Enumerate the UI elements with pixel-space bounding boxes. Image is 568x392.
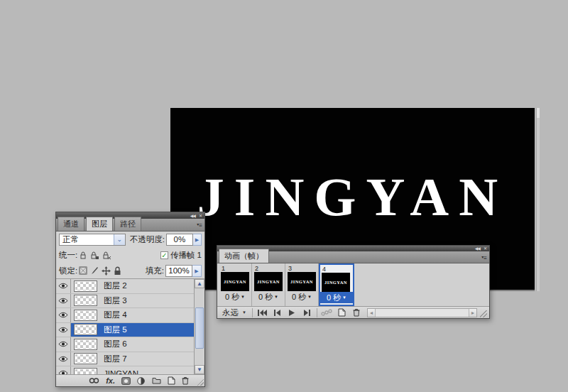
scroll-down-icon[interactable]: ▼ (195, 365, 204, 374)
scrollbar-thumb[interactable] (195, 307, 204, 349)
fill-field[interactable]: 100% (165, 265, 192, 277)
dropdown-icon: ▼ (242, 310, 246, 315)
dropdown-icon: ▼ (307, 295, 312, 299)
layer-row[interactable]: 图层 6 (56, 337, 194, 352)
panel-menu-icon[interactable]: ▾≡ (481, 254, 487, 261)
lock-position-icon[interactable] (102, 266, 111, 276)
eye-icon[interactable] (56, 308, 71, 322)
tab-layers[interactable]: 图层 (86, 217, 113, 231)
layer-row[interactable]: 图层 2 (56, 279, 194, 294)
frame-delay-dropdown[interactable]: 0 秒▼ (254, 291, 283, 303)
resize-grip-icon[interactable] (197, 379, 204, 386)
close-panel-icon[interactable]: ✕ (484, 246, 486, 251)
frame-thumbnail: JINGYAN (288, 272, 316, 291)
new-layer-icon[interactable] (168, 376, 175, 385)
close-panel-icon[interactable]: ✕ (199, 214, 202, 218)
layer-row-selected[interactable]: 图层 5 (56, 323, 194, 338)
scrollbar-track[interactable] (376, 309, 469, 317)
animation-frame[interactable]: 2 JINGYAN 0 秒▼ (252, 263, 285, 306)
tween-frames-button[interactable] (320, 307, 334, 318)
resize-grip-icon[interactable] (480, 310, 487, 317)
frames-scrollbar[interactable]: ◂ ▸ (367, 308, 477, 317)
tab-channels[interactable]: 通道 (58, 217, 84, 231)
opacity-field[interactable]: 0% (166, 234, 193, 246)
play-button[interactable] (285, 307, 300, 318)
collapse-panel-icon[interactable]: ◀◀ (475, 246, 480, 251)
frame-delay-dropdown[interactable]: 0 秒▼ (221, 291, 249, 303)
lock-pixels-brush-icon[interactable] (90, 266, 99, 275)
frame-thumbnail: JINGYAN (221, 272, 249, 291)
layer-mask-icon[interactable] (121, 377, 131, 385)
next-frame-button[interactable] (300, 307, 315, 318)
frame-delay-dropdown[interactable]: 0 秒▼ (320, 292, 353, 303)
animation-frame-selected[interactable]: 4 JINGYAN 0 秒▼ (319, 263, 354, 306)
link-layers-icon[interactable] (89, 378, 99, 383)
delete-frame-button[interactable] (349, 307, 364, 318)
opacity-arrow-button[interactable]: ▶ (193, 234, 202, 246)
document-scrollbar[interactable] (536, 108, 540, 291)
propagate-frame-label: 传播帧 1 (170, 250, 202, 261)
document-scrollbar-notch (537, 108, 540, 118)
first-frame-button[interactable] (255, 307, 270, 318)
panel-menu-icon[interactable]: ▾≡ (197, 222, 202, 229)
lock-all-icon[interactable] (114, 266, 121, 276)
unify-visibility-icon[interactable] (90, 251, 99, 260)
dropdown-icon: ▼ (274, 295, 278, 299)
layer-row[interactable]: 图层 4 (56, 308, 194, 323)
animation-frame[interactable]: 3 JINGYAN 0 秒▼ (285, 263, 319, 306)
layer-row[interactable]: 图层 3 (56, 294, 194, 309)
opacity-label: 不透明度: (130, 234, 165, 245)
scroll-up-icon[interactable]: ▲ (195, 279, 204, 288)
layer-thumbnail (74, 310, 97, 321)
loop-count-select[interactable]: 永远 ▼ (219, 307, 250, 318)
unify-style-icon[interactable] (102, 251, 111, 260)
layers-panel-tabs: 通道 图层 路径 ▾≡ (56, 219, 204, 232)
adjustment-layer-icon[interactable] (137, 377, 146, 385)
animation-frame[interactable]: 1 JINGYAN 0 秒▼ (219, 263, 252, 306)
frame-delay-dropdown[interactable]: 0 秒▼ (288, 291, 316, 303)
animation-frames-strip: 1 JINGYAN 0 秒▼ 2 JINGYAN 0 秒▼ 3 JINGYAN … (217, 263, 489, 306)
frame-thumbnail: JINGYAN (254, 272, 283, 291)
eye-icon[interactable] (56, 366, 71, 374)
layer-row[interactable]: JINGYAN (56, 366, 194, 374)
scroll-left-icon[interactable]: ◂ (368, 309, 376, 317)
delete-layer-icon[interactable] (182, 376, 189, 385)
layer-row[interactable]: 图层 7 (56, 352, 194, 367)
chevron-down-icon: ⌄ (114, 234, 125, 245)
previous-frame-button[interactable] (270, 307, 285, 318)
fill-label: 填充: (146, 266, 164, 276)
duplicate-frame-button[interactable] (334, 307, 349, 318)
lock-row: 锁定: 填充: 100% ▶ (56, 263, 204, 278)
eye-icon[interactable] (56, 337, 71, 352)
new-group-icon[interactable] (152, 377, 161, 384)
lock-transparency-icon[interactable] (79, 266, 87, 275)
collapse-panel-icon[interactable]: ◀◀ (190, 214, 195, 218)
animation-controls-bar: 永远 ▼ ◂ ▸ (217, 306, 489, 318)
propagate-frame-checkbox[interactable]: ✓ (160, 251, 168, 259)
layer-style-icon[interactable]: fx. (106, 376, 115, 385)
layer-thumbnail (74, 353, 97, 364)
eye-icon[interactable] (56, 279, 71, 293)
layer-thumbnail (74, 295, 97, 306)
layer-thumbnail (74, 339, 97, 350)
blend-mode-value: 正常 (60, 234, 114, 245)
layers-toolbar: fx. (56, 374, 204, 386)
fill-arrow-button[interactable]: ▶ (192, 265, 202, 277)
eye-icon[interactable] (56, 323, 71, 337)
scroll-right-icon[interactable]: ▸ (469, 309, 476, 317)
layer-thumbnail (74, 324, 97, 335)
canvas-headline-text: JINGYAN (170, 166, 535, 228)
frame-thumbnail: JINGYAN (322, 273, 350, 292)
layer-thumbnail (74, 368, 97, 374)
eye-icon[interactable] (56, 352, 71, 366)
tab-animation-frames[interactable]: 动画（帧） (219, 249, 269, 263)
dropdown-icon: ▼ (342, 295, 346, 300)
eye-icon[interactable] (56, 294, 71, 308)
layer-list-scrollbar[interactable]: ▲ ▼ (194, 279, 204, 374)
unify-row: 统一: ✓ 传播帧 1 (56, 247, 204, 263)
tab-paths[interactable]: 路径 (114, 217, 141, 231)
blend-mode-select[interactable]: 正常 ⌄ (59, 234, 126, 246)
unify-position-icon[interactable] (79, 251, 87, 260)
lock-label: 锁定: (59, 266, 77, 276)
divider (317, 308, 317, 317)
